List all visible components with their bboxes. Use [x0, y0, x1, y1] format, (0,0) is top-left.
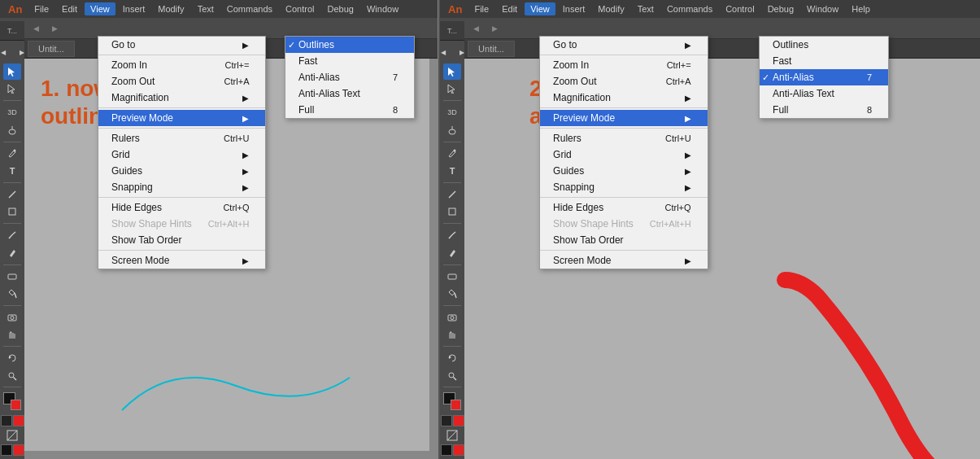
right-menu-rulers[interactable]: Rulers Ctrl+U [540, 130, 707, 146]
left-tool-lasso[interactable] [3, 122, 21, 138]
right-menu-zoomout[interactable]: Zoom Out Ctrl+A [540, 73, 707, 90]
left-tool-pencil[interactable] [3, 227, 21, 243]
right-tool-eraser[interactable] [443, 268, 461, 284]
right-menu-goto[interactable]: Go to ▶ [540, 37, 707, 53]
right-menu-hideedges[interactable]: Hide Edges Ctrl+Q [540, 199, 707, 216]
right-menu-help[interactable]: Help [846, 2, 876, 15]
right-menu-insert[interactable]: Insert [557, 2, 591, 15]
right-tool-pencil[interactable] [443, 227, 461, 243]
right-sub-antialias[interactable]: ✓ Anti-Alias 7 [760, 69, 888, 85]
right-menu-zoomin[interactable]: Zoom In Ctrl+= [540, 57, 707, 73]
left-toolbar-btn-1[interactable]: ◀ [0, 44, 12, 60]
left-menu-modify[interactable]: Modify [152, 2, 189, 15]
left-tool-3d[interactable]: 3D [3, 104, 21, 120]
left-menu-file[interactable]: File [28, 2, 54, 15]
left-menu-text[interactable]: Text [192, 2, 220, 15]
right-sub-antialiastext[interactable]: Anti-Alias Text [760, 85, 888, 102]
left-sub-fast[interactable]: Fast [285, 53, 414, 69]
right-tool-magnify[interactable] [443, 368, 461, 384]
right-menu-file[interactable]: File [468, 2, 494, 15]
right-menu-guides[interactable]: Guides ▶ [540, 163, 707, 179]
left-tool-arrow[interactable] [3, 63, 21, 80]
right-tool-paint[interactable] [443, 245, 461, 261]
left-tab-untitled[interactable]: Untit... [28, 41, 75, 57]
right-sub-full[interactable]: Full 8 [760, 102, 888, 118]
left-menu-view[interactable]: View [85, 2, 115, 15]
right-menu-modify[interactable]: Modify [592, 2, 629, 15]
right-menu-edit[interactable]: Edit [496, 2, 523, 15]
left-menu-edit[interactable]: Edit [56, 2, 83, 15]
right-nav-forward[interactable]: ▶ [486, 21, 503, 36]
left-menu-window[interactable]: Window [361, 2, 404, 15]
left-tool-magnify[interactable] [3, 368, 21, 384]
right-menu-screenmode[interactable]: Screen Mode ▶ [540, 252, 707, 269]
left-sub-outlines[interactable]: ✓ Outlines [285, 37, 414, 53]
right-tab-untitled[interactable]: Untit... [468, 41, 515, 57]
svg-point-2 [9, 129, 15, 134]
right-tool-lasso[interactable] [443, 122, 461, 138]
left-tool-pen[interactable] [3, 146, 21, 162]
left-tool-camera[interactable] [3, 309, 21, 326]
right-tool-pen[interactable] [443, 146, 461, 162]
right-menu-view[interactable]: View [525, 2, 555, 15]
left-nav-back[interactable]: ◀ [28, 21, 44, 36]
left-menu-insert[interactable]: Insert [117, 2, 151, 15]
right-menu-showshapehints: Show Shape Hints Ctrl+Alt+H [540, 216, 707, 232]
screenmode-arrow: ▶ [242, 256, 249, 265]
left-tool-rotate[interactable] [3, 350, 21, 366]
right-menu-grid[interactable]: Grid ▶ [540, 146, 707, 163]
left-menu-hideedges[interactable]: Hide Edges Ctrl+Q [98, 199, 265, 216]
left-tool-paint[interactable] [3, 245, 21, 261]
left-menu-guides[interactable]: Guides ▶ [98, 163, 265, 179]
right-toolbar-btn-1[interactable]: ◀ [440, 44, 452, 60]
right-menu-text[interactable]: Text [632, 2, 660, 15]
left-menu-magnification[interactable]: Magnification ▶ [98, 90, 265, 106]
left-menu-previewmode[interactable]: Preview Mode ▶ [98, 110, 265, 126]
left-menu-snapping[interactable]: Snapping ▶ [98, 179, 265, 195]
left-tool-eraser[interactable] [3, 268, 21, 284]
right-tool-line[interactable] [443, 186, 461, 203]
right-tool-rotate[interactable] [443, 350, 461, 366]
right-tool-hand[interactable] [443, 326, 461, 343]
right-tool-rect[interactable] [443, 204, 461, 221]
left-menu-commands[interactable]: Commands [221, 2, 278, 15]
right-tool-subselect[interactable] [443, 81, 461, 98]
right-menu-window[interactable]: Window [801, 2, 844, 15]
left-tool-line[interactable] [3, 186, 21, 203]
left-menu-debug[interactable]: Debug [322, 2, 359, 15]
left-menu-goto[interactable]: Go to ▶ [98, 37, 265, 53]
right-menu-commands[interactable]: Commands [661, 2, 718, 15]
left-menu-rulers[interactable]: Rulers Ctrl+U [98, 130, 265, 146]
left-nav-forward[interactable]: ▶ [46, 21, 63, 36]
left-sub-full[interactable]: Full 8 [285, 102, 414, 118]
left-tool-fill[interactable] [3, 286, 21, 302]
svg-marker-27 [449, 356, 451, 359]
left-menu-control[interactable]: Control [280, 2, 320, 15]
right-tool-arrow[interactable] [443, 63, 461, 80]
left-sub-antialiastext[interactable]: Anti-Alias Text [285, 85, 414, 102]
left-menu-showtaborder[interactable]: Show Tab Order [98, 232, 265, 248]
right-menu-previewmode[interactable]: Preview Mode ▶ [540, 110, 707, 126]
svg-point-18 [449, 129, 455, 134]
left-tool-subselect[interactable] [3, 81, 21, 98]
right-menu-magnification[interactable]: Magnification ▶ [540, 90, 707, 106]
left-menu-zoomin[interactable]: Zoom In Ctrl+= [98, 57, 265, 73]
left-menu-zoomout[interactable]: Zoom Out Ctrl+A [98, 73, 265, 90]
left-sub-antialias[interactable]: Anti-Alias 7 [285, 69, 414, 85]
left-tool-rect[interactable] [3, 204, 21, 221]
right-menu-control[interactable]: Control [720, 2, 760, 15]
right-tool-camera[interactable] [443, 309, 461, 326]
right-tool-fill[interactable] [443, 286, 461, 302]
right-nav-back[interactable]: ◀ [468, 21, 484, 36]
left-menu-grid[interactable]: Grid ▶ [98, 146, 265, 163]
right-tool-3d[interactable]: 3D [443, 104, 461, 120]
left-tool-hand[interactable] [3, 326, 21, 343]
right-tool-text[interactable]: T [443, 163, 461, 179]
left-menu-screenmode[interactable]: Screen Mode ▶ [98, 252, 265, 269]
right-menu-snapping[interactable]: Snapping ▶ [540, 179, 707, 195]
right-menu-showtaborder[interactable]: Show Tab Order [540, 232, 707, 248]
left-tool-text[interactable]: T [3, 163, 21, 179]
right-menu-debug[interactable]: Debug [762, 2, 799, 15]
right-sub-fast[interactable]: Fast [760, 53, 888, 69]
right-sub-outlines[interactable]: Outlines [760, 37, 888, 53]
